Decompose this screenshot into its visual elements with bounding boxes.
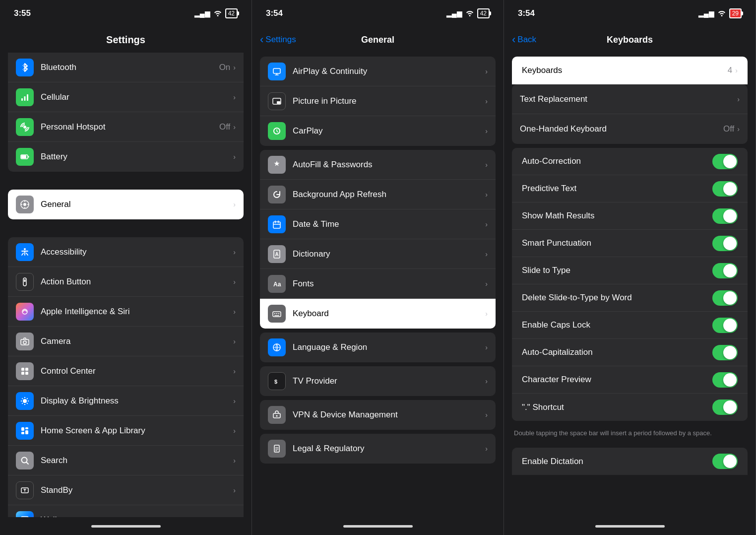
toggle-row-auto-cap: Auto-Capitalization	[512, 339, 748, 366]
home-screen-label: Home Screen & App Library	[41, 426, 145, 436]
list-item-background-refresh[interactable]: Background App Refresh ›	[260, 180, 496, 209]
char-preview-toggle[interactable]	[712, 372, 738, 388]
dictation-toggle[interactable]	[712, 454, 738, 469]
sidebar-item-control-center[interactable]: Control Center ›	[8, 356, 244, 386]
keyboards-top-item[interactable]: Keyboards 4 ›	[512, 57, 748, 84]
svg-rect-32	[21, 427, 24, 431]
settings-list-2: AirPlay & Continuity › Picture in Pictur…	[252, 53, 504, 517]
list-item-legal[interactable]: Legal & Regulatory ›	[260, 434, 496, 464]
background-refresh-icon	[268, 186, 286, 203]
keyboards-top-right: 4 ›	[728, 66, 738, 75]
list-item-text-replacement[interactable]: Text Replacement ›	[512, 84, 748, 114]
sidebar-item-siri[interactable]: Apple Intelligence & Siri ›	[8, 297, 244, 327]
sidebar-item-battery[interactable]: Battery ›	[8, 142, 244, 172]
svg-rect-60	[274, 445, 279, 452]
time-3: 3:54	[518, 8, 535, 18]
list-item-autofill[interactable]: AutoFill & Passwords ›	[260, 150, 496, 180]
sidebar-item-general[interactable]: General ›	[8, 190, 244, 219]
svg-rect-15	[24, 279, 26, 282]
general-icon	[16, 196, 34, 213]
signal-icon-3: ▂▄▆	[698, 9, 714, 17]
toggle-row-dictation: Enable Dictation	[512, 448, 748, 475]
toggle-row-predictive: Predictive Text	[512, 175, 748, 202]
auto-cap-label: Auto-Capitalization	[522, 347, 593, 357]
toggle-section: Auto-Correction Predictive Text Show Mat…	[512, 148, 748, 421]
language-chevron: ›	[485, 343, 488, 351]
svg-rect-1	[24, 96, 26, 101]
list-item-pip[interactable]: Picture in Picture ›	[260, 86, 496, 116]
sidebar-item-cellular[interactable]: Cellular ›	[8, 82, 244, 112]
auto-correction-toggle[interactable]	[712, 154, 738, 169]
toggle-row-period: "." Shortcut	[512, 394, 748, 421]
list-item-keyboard[interactable]: Keyboard ›	[260, 299, 496, 329]
math-results-toggle[interactable]	[712, 208, 738, 224]
camera-icon	[16, 333, 34, 350]
sidebar-item-home-screen[interactable]: Home Screen & App Library ›	[8, 416, 244, 446]
action-button-right: ›	[233, 278, 236, 286]
list-item-tv[interactable]: $ TV Provider ›	[260, 366, 496, 396]
svg-rect-43	[277, 101, 280, 104]
svg-rect-52	[274, 313, 275, 314]
cellular-icon	[16, 88, 34, 106]
control-center-icon	[16, 362, 34, 380]
autofill-label: AutoFill & Passwords	[293, 160, 373, 170]
svg-point-13	[24, 248, 26, 250]
section-g3: Language & Region ›	[260, 333, 496, 362]
home-screen-content: Home Screen & App Library ›	[41, 426, 236, 436]
panel-general: 3:54 ▂▄▆ 42 ‹ Settings General	[252, 0, 504, 535]
list-item-fonts[interactable]: Aa Fonts ›	[260, 269, 496, 299]
fonts-icon: Aa	[268, 275, 286, 293]
status-icons-2: ▂▄▆ 42	[446, 8, 490, 18]
sidebar-item-hotspot[interactable]: Personal Hotspot Off ›	[8, 112, 244, 142]
list-item-carplay[interactable]: CarPlay ›	[260, 116, 496, 146]
delete-slide-toggle[interactable]	[712, 290, 738, 306]
back-button-3[interactable]: ‹ Back	[512, 33, 536, 46]
list-item-language[interactable]: Language & Region ›	[260, 333, 496, 362]
siri-icon	[16, 303, 34, 321]
cellular-content: Cellular ›	[41, 92, 236, 102]
sidebar-item-search[interactable]: Search ›	[8, 446, 244, 475]
auto-cap-toggle[interactable]	[712, 345, 738, 360]
period-shortcut-toggle[interactable]	[712, 400, 738, 415]
signal-icon: ▂▄▆	[194, 9, 210, 17]
date-time-icon	[268, 215, 286, 233]
bottom-spacer-3	[504, 475, 756, 485]
list-item-date-time[interactable]: Date & Time ›	[260, 209, 496, 239]
camera-right: ›	[233, 337, 236, 345]
predictive-text-toggle[interactable]	[712, 181, 738, 197]
camera-label: Camera	[41, 336, 70, 346]
legal-chevron: ›	[485, 445, 488, 453]
siri-right: ›	[233, 308, 236, 316]
sidebar-item-standby[interactable]: StandBy ›	[8, 475, 244, 505]
sidebar-item-bluetooth[interactable]: Bluetooth On ›	[8, 53, 244, 82]
sidebar-item-wallpaper[interactable]: Wallpaper ›	[8, 505, 244, 517]
smart-punct-toggle[interactable]	[712, 236, 738, 251]
home-bar-2	[343, 525, 413, 528]
svg-line-31	[22, 403, 22, 403]
slide-toggle[interactable]	[712, 263, 738, 278]
list-item-vpn[interactable]: VPN & Device Management ›	[260, 400, 496, 430]
list-item-one-handed[interactable]: One-Handed Keyboard Off ›	[512, 114, 748, 144]
legal-label: Legal & Regulatory	[293, 444, 365, 454]
section-g2: AutoFill & Passwords › Background App Re…	[260, 150, 496, 329]
vpn-content: VPN & Device Management ›	[293, 410, 488, 420]
svg-rect-2	[27, 94, 28, 101]
dictionary-content: Dictionary ›	[293, 249, 488, 259]
home-screen-right: ›	[233, 427, 236, 435]
search-chevron: ›	[233, 457, 236, 465]
sidebar-item-camera[interactable]: Camera ›	[8, 327, 244, 356]
display-icon	[16, 392, 34, 410]
list-item-dictionary[interactable]: A Dictionary ›	[260, 239, 496, 269]
sidebar-item-accessibility[interactable]: Accessibility ›	[8, 237, 244, 267]
sidebar-item-action-button[interactable]: Action Button ›	[8, 267, 244, 297]
caps-lock-toggle[interactable]	[712, 318, 738, 333]
svg-point-8	[23, 203, 26, 206]
list-item-airplay[interactable]: AirPlay & Continuity ›	[260, 57, 496, 86]
bluetooth-icon	[16, 59, 34, 76]
sidebar-item-display[interactable]: Display & Brightness ›	[8, 386, 244, 416]
pip-content: Picture in Picture ›	[293, 96, 488, 106]
keyboard-label: Keyboard	[293, 309, 329, 319]
battery-list-icon	[16, 148, 34, 166]
back-button-2[interactable]: ‹ Settings	[260, 33, 296, 46]
standby-content: StandBy ›	[41, 485, 236, 495]
